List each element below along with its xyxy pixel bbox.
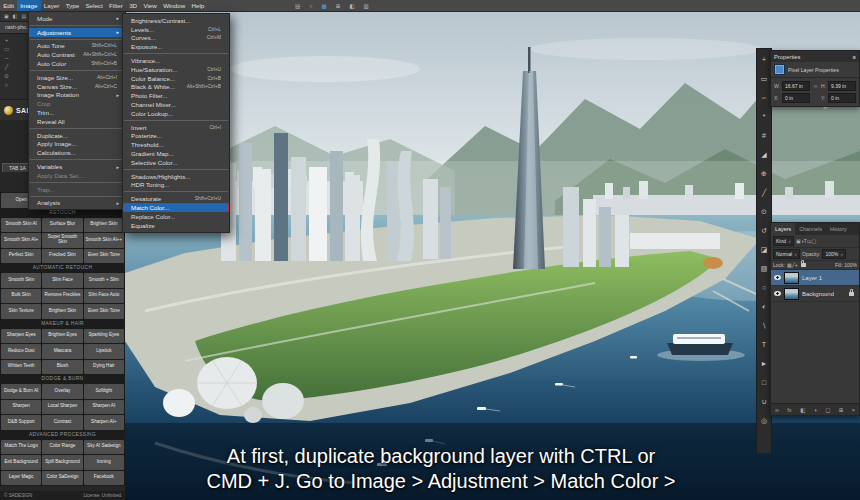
menu-item[interactable]: Hue/Saturation... Ctrl+U xyxy=(123,65,229,74)
sadesign-button[interactable]: Layer Magic xyxy=(1,471,41,486)
menubar-item[interactable]: Filter xyxy=(106,0,126,11)
sadesign-button[interactable]: Frecked Skin xyxy=(42,249,82,264)
sadesign-button[interactable]: Brighten Eyes xyxy=(42,329,82,344)
panel-tab[interactable]: Channels xyxy=(795,223,826,235)
shape-tool-icon[interactable]: □ xyxy=(758,376,770,389)
grid-view-icon[interactable]: ⊞ xyxy=(336,3,341,9)
layer-row-layer-1[interactable]: Layer 1 xyxy=(771,270,859,286)
width-field[interactable]: 16.67 in xyxy=(782,81,810,91)
panel-grid-icon[interactable]: ▣ xyxy=(4,13,9,19)
sadesign-button[interactable]: Spill Background xyxy=(42,455,82,470)
healing-brush-tool-icon[interactable]: ⊕ xyxy=(758,167,770,180)
gradient-tool-icon[interactable]: ▨ xyxy=(758,262,770,275)
adjustment-layer-icon[interactable]: ◑ xyxy=(813,407,816,413)
panel-menu-icon[interactable]: ≡ xyxy=(853,54,856,60)
sadesign-button[interactable]: Super Smooth Skin xyxy=(42,233,82,248)
menu-item[interactable]: Adjustments ▸ xyxy=(29,28,125,37)
menubar-item[interactable]: View xyxy=(140,0,160,11)
history-brush-tool-icon[interactable]: ↺ xyxy=(758,224,770,237)
hand-tool-icon[interactable]: ∪ xyxy=(758,395,770,408)
brush-tool-icon[interactable]: ╱ xyxy=(2,64,11,71)
sadesign-button[interactable]: Smooth Skin AI xyxy=(1,218,41,233)
menu-item[interactable]: Black & White... Alt+Shift+Ctrl+B xyxy=(123,83,229,92)
sadesign-button[interactable]: Reduce Dust xyxy=(1,344,41,359)
search-icon[interactable]: ○ xyxy=(309,3,312,9)
workspace-icon[interactable]: ▦ xyxy=(322,3,327,9)
menu-item[interactable]: Photo Filter... xyxy=(123,91,229,100)
lock-position-icon[interactable]: + xyxy=(795,262,798,268)
visibility-eye-icon[interactable] xyxy=(774,275,781,280)
delete-layer-icon[interactable]: × xyxy=(852,407,855,413)
blend-mode-select[interactable]: Normal∨ xyxy=(773,249,800,259)
panel-half-icon[interactable]: ◧ xyxy=(13,13,18,19)
height-field[interactable]: 9.39 in xyxy=(828,81,856,91)
sadesign-button[interactable]: Local Sharpen xyxy=(42,400,82,415)
menubar-item[interactable]: 3D xyxy=(126,0,140,11)
sadesign-button[interactable]: Smooth Skin AI+ xyxy=(1,233,41,248)
sadesign-button[interactable]: Overlay xyxy=(42,384,82,399)
menubar-item[interactable]: Layer xyxy=(41,0,63,11)
sadesign-button[interactable]: Even Skin Tone xyxy=(84,249,124,264)
dodge-tool-icon[interactable]: ◐ xyxy=(758,300,770,313)
menu-item[interactable]: Selective Color... xyxy=(123,158,229,167)
menu-item[interactable]: Brightness/Contrast... xyxy=(123,16,229,25)
move-tool-icon[interactable]: + xyxy=(2,37,11,44)
panel-tab[interactable]: History xyxy=(826,223,851,235)
menu-item[interactable]: Calculations... xyxy=(29,148,125,157)
menu-item[interactable]: Crop xyxy=(29,99,125,108)
sadesign-button[interactable]: Blush xyxy=(42,360,82,375)
sadesign-button[interactable]: Even Skin Tone xyxy=(84,304,124,319)
menu-item[interactable]: Posterize... xyxy=(123,132,229,141)
menu-item[interactable]: Gradient Map... xyxy=(123,149,229,158)
panel-rows-icon[interactable]: ▤ xyxy=(21,13,26,19)
panel-list-icon[interactable]: ▥ xyxy=(364,3,369,9)
pen-tool-icon[interactable]: ∖ xyxy=(758,319,770,332)
zoom-tool-icon[interactable]: ○ xyxy=(2,82,11,89)
marquee-tool-icon[interactable]: ▭ xyxy=(2,46,11,53)
sadesign-button[interactable]: Color Range xyxy=(42,440,82,455)
menubar-item[interactable]: Window xyxy=(160,0,188,11)
menubar-item[interactable]: Type xyxy=(62,0,82,11)
sadesign-button[interactable]: Sharpen xyxy=(1,400,41,415)
sadesign-button[interactable]: Color SaDesign xyxy=(42,471,82,486)
sadesign-button[interactable]: Whiten Teeth xyxy=(1,360,41,375)
panel-tab[interactable]: Layers xyxy=(771,223,795,235)
menu-item[interactable]: Variables ▸ xyxy=(29,162,125,171)
quick-selection-tool-icon[interactable]: * xyxy=(758,110,770,123)
menu-item[interactable]: Exposure... xyxy=(123,42,229,51)
document-canvas[interactable]: At first, duplicate background layer wit… xyxy=(125,11,860,500)
zoom-tool-icon[interactable]: ◎ xyxy=(758,414,770,427)
sadesign-button[interactable]: Sharpen AI+ xyxy=(84,415,124,430)
brush-tool-icon[interactable]: ╱ xyxy=(758,186,770,199)
menu-item[interactable]: Trim... xyxy=(29,108,125,117)
sadesign-button[interactable]: D&B Support xyxy=(1,415,41,430)
blur-tool-icon[interactable]: ○ xyxy=(758,281,770,294)
marquee-tool-icon[interactable]: ▭ xyxy=(758,72,770,85)
sadesign-button[interactable]: Sharpen AI xyxy=(84,400,124,415)
link-dimensions-icon[interactable]: ∞ xyxy=(812,83,819,89)
menu-item[interactable]: Image Rotation ▸ xyxy=(29,91,125,100)
sadesign-button[interactable]: Sky AI Sadesign xyxy=(84,440,124,455)
sadesign-button[interactable]: Facebook xyxy=(84,471,124,486)
layer-mask-icon[interactable]: ◧ xyxy=(800,407,805,413)
menu-item[interactable]: Equalize xyxy=(123,221,229,230)
sadesign-button[interactable]: Brighten Skin xyxy=(42,304,82,319)
sadesign-button[interactable]: Lipstick xyxy=(84,344,124,359)
sadesign-button[interactable]: Exit Background xyxy=(1,455,41,470)
sadesign-button[interactable]: Sharpen Eyes xyxy=(1,329,41,344)
menu-item[interactable]: HDR Toning... xyxy=(123,181,229,190)
move-tool-icon[interactable]: + xyxy=(758,53,770,66)
menu-item[interactable]: Reveal All xyxy=(29,117,125,126)
layer-thumbnail[interactable] xyxy=(784,272,799,284)
layer-group-icon[interactable]: ▢ xyxy=(825,407,830,413)
layer-thumbnail[interactable] xyxy=(784,288,799,300)
menu-item[interactable]: Match Color... xyxy=(123,203,229,212)
menu-item[interactable]: Image Size... Alt+Ctrl+I xyxy=(29,73,125,82)
sadesign-button[interactable]: Slim Face xyxy=(42,273,82,288)
crop-tool-icon[interactable]: # xyxy=(758,129,770,142)
lasso-tool-icon[interactable]: ∽ xyxy=(2,55,11,62)
clone-stamp-tool-icon[interactable]: ⊙ xyxy=(758,205,770,218)
menubar-item[interactable]: Image xyxy=(17,0,41,11)
menu-item[interactable]: Analysis ▸ xyxy=(29,199,125,208)
layer-row-background[interactable]: Background xyxy=(771,286,859,302)
